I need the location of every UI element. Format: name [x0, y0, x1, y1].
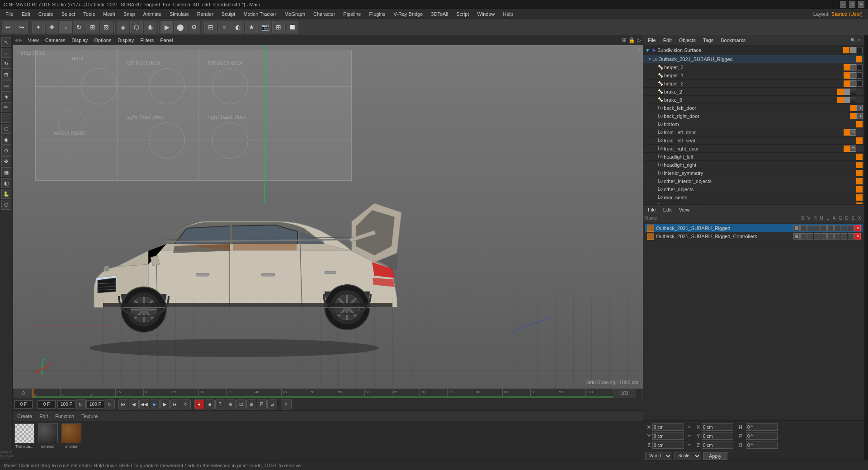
- obj-rs[interactable]: Lo rear_seats: [643, 193, 864, 202]
- viewport-menu-view[interactable]: View: [25, 37, 42, 44]
- x-right-input[interactable]: [702, 423, 733, 431]
- record-stop[interactable]: ■: [205, 400, 215, 409]
- left-tool-morph[interactable]: ◧: [1, 178, 11, 188]
- point-mode-btn[interactable]: ◈: [117, 21, 129, 33]
- p-input[interactable]: [746, 432, 778, 440]
- render-region-btn[interactable]: ⬤: [174, 21, 187, 33]
- left-tool-rotate[interactable]: ↻: [1, 59, 11, 69]
- obj-oio[interactable]: Lo other_interior_objects: [643, 177, 864, 185]
- left-tool-model[interactable]: ⬡: [1, 124, 11, 134]
- menu-render[interactable]: Render: [193, 10, 217, 18]
- left-tool-2d[interactable]: ▦: [1, 167, 11, 177]
- scale-mode-select[interactable]: Scale Size: [674, 452, 701, 460]
- obj-brake2[interactable]: 🦴 brake_2: [643, 88, 864, 96]
- obj-helper3[interactable]: 🦴 helper_3: [643, 63, 864, 71]
- left-tool-live[interactable]: ◈: [1, 91, 11, 101]
- menu-file[interactable]: File: [2, 10, 17, 18]
- menu-help[interactable]: Help: [500, 10, 517, 18]
- obj-back-left-door[interactable]: Lo back_left_door: [643, 104, 864, 112]
- obj-brake3[interactable]: 🦴 brake_3: [643, 96, 864, 104]
- obj-bottom[interactable]: Lo bottom: [643, 120, 864, 128]
- y-right-input[interactable]: [702, 432, 733, 440]
- obj-helper1[interactable]: 🦴 helper_1: [643, 71, 864, 80]
- attr-outback[interactable]: Outback_2021_SUBARU_Rigged: [645, 224, 863, 232]
- move-btn[interactable]: ⬦: [59, 21, 72, 33]
- material-item-interior[interactable]: interior: [61, 423, 81, 449]
- new-obj-btn[interactable]: ✦: [32, 21, 45, 33]
- attr-check-g[interactable]: [834, 225, 840, 231]
- left-tool-spline[interactable]: ⌒: [1, 113, 11, 123]
- obj-fld[interactable]: Lo front_left_door: [643, 128, 864, 136]
- render-settings-btn[interactable]: ⚙: [188, 21, 200, 33]
- obj-hr[interactable]: Lo headlight_right: [643, 161, 864, 169]
- attr-check-l[interactable]: [821, 225, 827, 231]
- left-tool-c4d[interactable]: C: [1, 200, 11, 210]
- play-reverse-btn[interactable]: ◀◀: [139, 400, 149, 409]
- range-end-expand2[interactable]: ▷: [105, 400, 115, 409]
- current-frame-input[interactable]: [14, 400, 33, 409]
- om-filter-icon[interactable]: ≡: [856, 37, 863, 43]
- left-tool-joint[interactable]: ✤: [1, 156, 11, 166]
- record-pla[interactable]: ⊿: [267, 400, 277, 409]
- min-frame-input[interactable]: [86, 400, 104, 409]
- viewport-resize-icon[interactable]: ⊞: [636, 45, 643, 52]
- attr-controllers[interactable]: Outback_2021_SUBARU_Rigged_Controllers: [645, 232, 863, 240]
- attr-ctrl-check-l[interactable]: [821, 233, 827, 240]
- left-tool-paint[interactable]: ✏: [1, 102, 11, 112]
- range-end-input[interactable]: [57, 400, 75, 409]
- menu-create[interactable]: Create: [35, 10, 57, 18]
- record-active[interactable]: ●: [194, 400, 204, 409]
- mat-menu-texture[interactable]: Texture: [79, 413, 100, 420]
- go-start-btn[interactable]: ⏮: [118, 400, 128, 409]
- attr-check-d[interactable]: [841, 225, 847, 231]
- om-menu-bookmarks[interactable]: Bookmarks: [718, 37, 748, 44]
- am-menu-view[interactable]: View: [676, 206, 693, 213]
- obj-expand-outback[interactable]: ▼: [647, 57, 652, 61]
- menu-mograph[interactable]: MoGraph: [281, 10, 309, 18]
- attr-ctrl-check-d[interactable]: [841, 233, 847, 240]
- range-start-input[interactable]: [38, 400, 56, 409]
- menu-edit[interactable]: Edit: [18, 10, 34, 18]
- render-btn[interactable]: ▶: [160, 21, 173, 33]
- attr-ctrl-check-s[interactable]: [793, 233, 800, 240]
- left-tool-select[interactable]: ▭: [1, 80, 11, 90]
- attr-ctrl-check-a[interactable]: [827, 233, 834, 240]
- menu-window[interactable]: Window: [473, 10, 498, 18]
- obj-outback[interactable]: ▼ Lo Outback_2021_SUBARU_Rigged: [643, 55, 864, 63]
- attr-check-a[interactable]: [827, 225, 834, 231]
- viewport-menu-panel[interactable]: Panel: [157, 37, 175, 44]
- material-item-exterior[interactable]: exterior: [38, 423, 58, 449]
- step-fwd-btn[interactable]: ▶: [160, 400, 170, 409]
- menu-plugins[interactable]: Plugins: [365, 10, 389, 18]
- attr-ctrl-check-x[interactable]: ✕: [854, 233, 861, 240]
- obj-back-right-door[interactable]: Lo back_right_door: [643, 112, 864, 120]
- om-menu-file[interactable]: File: [645, 37, 659, 44]
- obj-helper2[interactable]: 🦴 helper_2: [643, 80, 864, 88]
- z-input[interactable]: [652, 442, 684, 449]
- am-menu-edit[interactable]: Edit: [660, 206, 675, 213]
- menu-vray[interactable]: V-Ray Bridge: [390, 10, 427, 18]
- am-menu-file[interactable]: File: [645, 206, 659, 213]
- om-search-icon[interactable]: 🔍: [849, 37, 856, 43]
- record-scale[interactable]: ⊞: [246, 400, 256, 409]
- mat-menu-function[interactable]: Function: [52, 413, 77, 420]
- om-menu-edit[interactable]: Edit: [660, 37, 675, 44]
- sky-btn[interactable]: ○: [218, 21, 231, 33]
- viewport-menu-options[interactable]: Options: [91, 37, 114, 44]
- left-tool-python[interactable]: 🐍: [1, 189, 11, 199]
- viewport-nav-left[interactable]: ◀: [14, 38, 18, 42]
- light-btn[interactable]: ★: [245, 21, 258, 33]
- range-end-expand[interactable]: ▷: [76, 400, 86, 409]
- timeline-scroll-right[interactable]: [636, 389, 641, 398]
- attr-ctrl-check-g[interactable]: [834, 233, 840, 240]
- mat-menu-edit[interactable]: Edit: [37, 413, 51, 420]
- subdiv-surface-row[interactable]: ▼ ◈ Subdivision Surface: [643, 45, 864, 55]
- record-pos[interactable]: ⊕: [226, 400, 236, 409]
- record-help[interactable]: ?: [215, 400, 225, 409]
- menu-snap[interactable]: Snap: [120, 10, 139, 18]
- step-back-btn[interactable]: ◀: [129, 400, 139, 409]
- attr-check-v[interactable]: [800, 225, 807, 231]
- menu-mesh[interactable]: Mesh: [99, 10, 119, 18]
- h-input[interactable]: [746, 423, 778, 431]
- left-tool-cursor[interactable]: ↖: [1, 37, 11, 47]
